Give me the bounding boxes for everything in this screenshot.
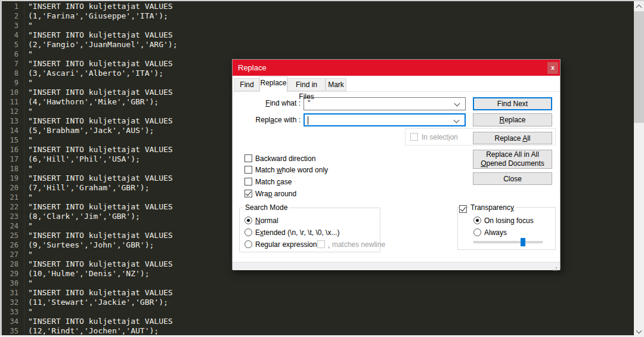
dialog-title: Replace (238, 63, 267, 72)
window-border-top (0, 0, 644, 1)
close-button[interactable]: x (547, 62, 558, 74)
text-caret (308, 116, 308, 125)
replace-all-opened-button[interactable]: Replace All in All Opened Documents (473, 150, 552, 169)
close-dialog-button[interactable]: Close (473, 172, 552, 185)
backward-direction-label: Backward direction (255, 154, 315, 163)
find-what-label: Find what : (233, 99, 301, 108)
backward-direction-checkbox[interactable] (244, 154, 252, 162)
on-losing-focus-label: On losing focus (484, 217, 534, 225)
search-mode-normal-radio[interactable] (244, 217, 252, 224)
transparency-slider-thumb[interactable] (521, 238, 525, 246)
chevron-up-icon (636, 5, 642, 11)
search-mode-title: Search Mode (243, 203, 289, 212)
always-label: Always (484, 228, 507, 237)
scroll-up-button[interactable] (634, 1, 644, 11)
resize-grip-icon[interactable] (556, 267, 557, 268)
wrap-around-label: Wrap around (255, 190, 296, 198)
search-mode-regex-radio[interactable] (244, 240, 252, 248)
in-selection-label: In selection (422, 133, 458, 141)
search-mode-extended-radio[interactable] (244, 228, 252, 236)
tab-mark[interactable]: Mark (326, 78, 346, 91)
search-mode-normal-label: Normal (255, 217, 278, 225)
always-radio[interactable] (473, 228, 481, 236)
wrap-around-checkbox[interactable] (244, 190, 252, 197)
dialog-titlebar[interactable]: Replace x (233, 60, 560, 76)
line-numbers: 1 2 3 4 5 6 7 8 9 10 11 12 13 14 15 16 1… (2, 1, 24, 335)
replace-all-button[interactable]: Replace All (473, 132, 552, 144)
combo-dropdown-icon[interactable] (454, 118, 460, 123)
find-next-button[interactable]: Find Next (473, 97, 552, 110)
dot-matches-newline-checkbox (317, 240, 325, 248)
dialog-statusbar (233, 262, 560, 270)
on-losing-focus-radio[interactable] (473, 217, 481, 224)
search-mode-extended-label: Extended (\n, \r, \t, \0, \x...) (255, 228, 339, 237)
tab-replace[interactable]: Replace (259, 76, 287, 92)
tab-find-in-files[interactable]: Find in Files (287, 78, 326, 91)
match-case-checkbox[interactable] (244, 178, 252, 185)
window-border-left (0, 0, 2, 337)
in-selection-checkbox (410, 133, 418, 141)
replace-with-combobox[interactable] (304, 113, 466, 126)
match-whole-word-checkbox[interactable] (244, 166, 252, 174)
scroll-down-button[interactable] (634, 327, 644, 337)
dot-matches-newline-label: . matches newline (328, 240, 385, 249)
transparency-checkbox[interactable] (459, 205, 467, 213)
chevron-down-icon (636, 328, 642, 334)
tab-find[interactable]: Find (234, 78, 259, 91)
notepadpp-window: 1 2 3 4 5 6 7 8 9 10 11 12 13 14 15 16 1… (0, 0, 644, 337)
replace-with-label: Replace with : (233, 116, 301, 125)
combo-dropdown-icon[interactable] (454, 101, 460, 107)
vertical-scrollbar[interactable] (634, 1, 644, 337)
search-mode-regex-label: Regular expression (255, 240, 317, 249)
replace-button[interactable]: Replace (473, 113, 552, 126)
scrollbar-thumb[interactable] (634, 11, 644, 123)
find-what-combobox[interactable]: " (304, 97, 466, 110)
transparency-label: Transparency (469, 203, 516, 212)
match-case-label: Match case (255, 178, 292, 186)
transparency-slider-track[interactable] (473, 241, 543, 243)
match-whole-word-label: Match whole word only (255, 166, 328, 174)
replace-dialog: Replace x Find Replace Find in Files Mar… (232, 59, 561, 270)
